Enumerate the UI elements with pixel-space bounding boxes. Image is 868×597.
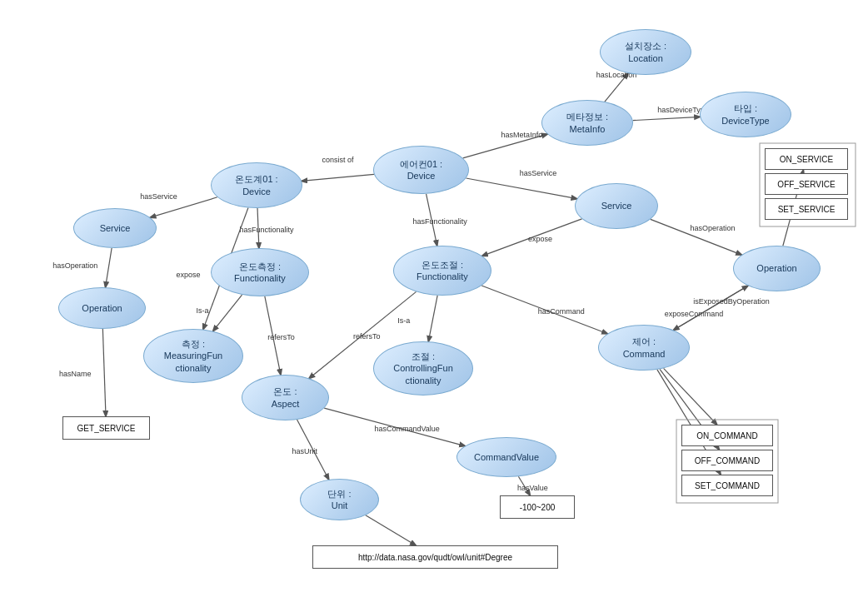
svg-text:isExposedByOperation: isExposedByOperation <box>693 297 770 306</box>
svg-text:hasValue: hasValue <box>517 484 548 492</box>
node-on_service: ON_SERVICE <box>765 148 848 170</box>
svg-text:hasName: hasName <box>59 370 92 378</box>
node-temp_device: 온도계01 :Device <box>211 162 302 208</box>
svg-line-38 <box>664 368 717 425</box>
svg-line-45 <box>297 420 329 480</box>
svg-text:hasOperation: hasOperation <box>691 224 736 232</box>
svg-line-18 <box>463 134 548 158</box>
svg-text:expose: expose <box>528 235 552 243</box>
svg-line-50 <box>102 329 106 416</box>
svg-line-20 <box>605 73 628 102</box>
svg-text:refersTo: refersTo <box>267 333 295 341</box>
svg-line-0 <box>150 197 217 217</box>
svg-text:hasService: hasService <box>520 169 557 177</box>
node-unit: 단위 :Unit <box>300 479 379 520</box>
node-aspect: 온도 :Aspect <box>242 375 329 420</box>
node-temp_func: 온도측정 :Functionality <box>211 248 309 296</box>
svg-text:refersTo: refersTo <box>353 332 381 341</box>
svg-text:exposeCommand: exposeCommand <box>665 310 724 318</box>
svg-line-4 <box>257 208 259 248</box>
node-devicetype: 타입 :DeviceType <box>700 92 791 137</box>
node-operation_left: Operation <box>58 287 146 329</box>
node-location: 설치장소 :Location <box>600 29 691 75</box>
node-off_command: OFF_COMMAND <box>681 450 773 471</box>
svg-line-24 <box>428 296 437 341</box>
svg-line-36 <box>673 286 747 330</box>
node-service_right: Service <box>575 183 658 229</box>
svg-text:Is-a: Is-a <box>397 316 410 325</box>
node-ctrl_func2: 조절 :ControllingFunctionality <box>373 341 473 396</box>
svg-text:hasService: hasService <box>140 192 177 201</box>
node-ctrl_func: 온도조절 :Functionality <box>393 246 491 296</box>
svg-line-43 <box>324 408 465 446</box>
svg-text:hasCommand: hasCommand <box>538 307 585 316</box>
svg-line-22 <box>633 117 701 120</box>
node-url: http://data.nasa.gov/qudt/owl/unit#Degre… <box>312 545 558 569</box>
svg-line-47 <box>518 476 530 495</box>
svg-text:hasFunctionality: hasFunctionality <box>239 226 294 234</box>
svg-text:hasUnit: hasUnit <box>292 447 317 455</box>
node-measuring_func: 측정 :MeasuringFunctionality <box>143 329 243 383</box>
svg-text:hasMetaInfo: hasMetaInfo <box>501 131 543 139</box>
node-off_service: OFF_SERVICE <box>765 173 848 195</box>
svg-line-30 <box>651 219 742 255</box>
svg-text:hasFunctionality: hasFunctionality <box>413 217 468 226</box>
svg-text:Is-a: Is-a <box>197 306 209 315</box>
svg-text:hasCommandValue: hasCommandValue <box>375 425 440 433</box>
node-command_value: CommandValue <box>456 437 556 477</box>
svg-line-49 <box>366 515 416 545</box>
svg-line-32 <box>482 219 582 256</box>
node-aircon_device: 에어컨01 :Device <box>373 146 469 194</box>
node-on_command: ON_COMMAND <box>681 425 773 446</box>
diagram: hasServicehasOperationhasFunctionalityex… <box>0 0 868 597</box>
svg-line-2 <box>106 248 112 287</box>
node-operation_right: Operation <box>733 246 821 291</box>
svg-line-14 <box>427 194 437 246</box>
svg-text:hasOperation: hasOperation <box>52 261 97 270</box>
svg-line-28 <box>481 286 607 334</box>
node-value_range: -100~200 <box>500 495 575 519</box>
node-set_command: SET_COMMAND <box>681 475 773 496</box>
node-service_left: Service <box>73 208 157 248</box>
svg-line-12 <box>466 178 576 199</box>
node-set_service: SET_SERVICE <box>765 198 848 220</box>
svg-line-10 <box>265 296 281 375</box>
svg-line-16 <box>302 174 374 181</box>
svg-text:expose: expose <box>176 271 200 279</box>
node-command: 제어 :Command <box>598 325 690 371</box>
node-metainfo: 메타정보 :MetaInfo <box>541 100 633 146</box>
svg-line-8 <box>213 295 242 331</box>
node-get_service: GET_SERVICE <box>62 416 150 440</box>
svg-text:consist of: consist of <box>322 156 354 164</box>
svg-line-34 <box>673 286 747 330</box>
